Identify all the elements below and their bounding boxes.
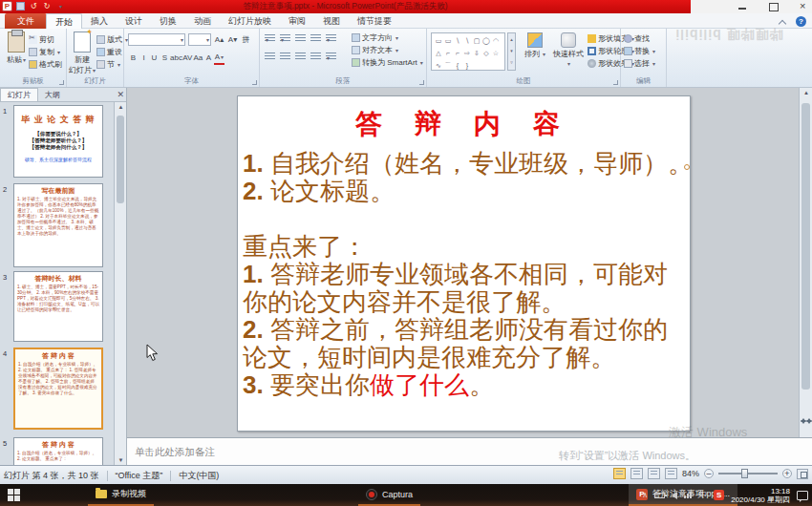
shrink-font-icon[interactable]: A▾ xyxy=(227,34,238,46)
replace-button[interactable]: 替换 xyxy=(624,45,655,57)
font-size-select[interactable] xyxy=(188,33,211,46)
shape-icon[interactable]: ⇨ xyxy=(462,48,472,59)
align-text-button[interactable]: 对齐文本 xyxy=(352,44,423,56)
thumbnails-scrollbar[interactable]: ▲ ▼ xyxy=(114,102,126,465)
shape-icon[interactable]: ∿ xyxy=(434,60,443,72)
scrollbar-thumb[interactable] xyxy=(117,116,124,203)
font-style-button[interactable]: B xyxy=(128,53,139,64)
shape-icon[interactable]: ◇ xyxy=(481,48,491,59)
text-direction-button[interactable]: 文字方向 xyxy=(352,32,423,44)
align-right-icon[interactable] xyxy=(295,53,306,61)
tab-design[interactable]: 设计 xyxy=(117,13,151,29)
shape-icon[interactable]: ⌐ xyxy=(453,48,462,59)
font-style-button[interactable]: U xyxy=(149,53,160,64)
shape-icon[interactable]: ▢ xyxy=(472,35,481,47)
shape-icon[interactable]: ∖ xyxy=(453,35,462,47)
tab-view[interactable]: 视图 xyxy=(314,13,349,29)
action-center-icon[interactable] xyxy=(797,491,808,500)
tab-insert[interactable]: 插入 xyxy=(82,13,117,29)
scrollbar-thumb[interactable] xyxy=(801,103,810,390)
quick-styles-button[interactable]: 快速样式 xyxy=(552,32,585,68)
tab-home[interactable]: 开始 xyxy=(46,13,82,29)
slideshow-view-button[interactable] xyxy=(665,468,677,479)
zoom-slider[interactable] xyxy=(718,473,778,474)
shape-icon[interactable]: ◯ xyxy=(481,35,491,47)
ime-indicator[interactable]: 中 xyxy=(698,489,707,501)
speaker-icon[interactable] xyxy=(672,492,677,499)
scroll-up-icon[interactable]: ▲ xyxy=(800,90,812,95)
shape-icon[interactable]: ☆ xyxy=(491,48,501,59)
notes-pane[interactable]: 单击此处添加备注 xyxy=(127,437,812,465)
align-center-icon[interactable] xyxy=(280,53,290,61)
smartart-button[interactable]: 转换为 SmartArt xyxy=(352,56,423,69)
slide-thumbnail-3[interactable]: 答辩时长、材料 1. 硕士、博士，需要PPT，时长不等，15-30分钟。 2. … xyxy=(13,271,103,342)
zoom-in-icon[interactable]: + xyxy=(782,469,792,478)
clock[interactable]: 13:18 2020/4/30 星期四 xyxy=(731,487,790,504)
justify-icon[interactable] xyxy=(310,53,321,61)
slide-sorter-view-button[interactable] xyxy=(630,468,643,479)
slide-thumbnail-1[interactable]: 毕 业 论 文 答 辩 【你需要说什么？】 【答辩老师要听什么？】 【答辩老师会… xyxy=(13,105,103,178)
language-indicator[interactable]: 中文(中国) xyxy=(179,470,219,482)
new-slide-button[interactable]: 新建 幻灯片 xyxy=(67,32,97,75)
shape-icon[interactable]: △ xyxy=(434,48,443,59)
close-button[interactable] xyxy=(799,2,808,11)
cut-button[interactable]: 剪切 xyxy=(29,33,62,46)
tab-slideshow[interactable]: 幻灯片放映 xyxy=(220,13,280,29)
normal-view-button[interactable] xyxy=(613,468,626,479)
scroll-up-icon[interactable]: ▲ xyxy=(115,104,127,110)
paragraph-dialog-launcher[interactable] xyxy=(419,80,424,85)
copy-button[interactable]: 复制 xyxy=(29,46,62,58)
reading-view-button[interactable] xyxy=(648,468,660,479)
shape-icon[interactable]: ⌐ xyxy=(443,48,453,59)
clipboard-dialog-launcher[interactable] xyxy=(59,80,64,85)
shape-icon[interactable]: ▭ xyxy=(434,35,443,47)
font-style-button[interactable]: AV xyxy=(182,53,193,64)
network-icon[interactable] xyxy=(684,492,692,498)
select-button[interactable]: 选择 xyxy=(624,57,655,70)
decrease-indent-icon[interactable] xyxy=(295,34,306,43)
numbering-icon[interactable] xyxy=(280,34,290,43)
fit-to-window-icon[interactable] xyxy=(797,469,808,479)
scroll-down-icon[interactable]: ▼ xyxy=(115,457,127,463)
shape-icon[interactable]: { xyxy=(453,60,462,72)
tab-outline[interactable]: 大纲 xyxy=(38,89,67,101)
next-slide-button[interactable] xyxy=(800,424,812,437)
phonetic-guide-icon[interactable]: 拼 xyxy=(241,34,251,46)
shape-icon[interactable]: ∖ xyxy=(462,35,472,47)
hidden-icons-chevron[interactable]: ∧ xyxy=(642,491,648,499)
start-button[interactable] xyxy=(8,489,20,501)
shape-icon[interactable]: } xyxy=(462,60,472,72)
tab-file[interactable]: 文件 xyxy=(5,13,47,29)
notes-placeholder[interactable]: 单击此处添加备注 xyxy=(135,446,215,459)
slide-scrollbar[interactable]: ▲ xyxy=(799,88,812,437)
font-style-button[interactable]: S xyxy=(160,53,170,64)
slide-thumbnail-2[interactable]: 写在最前面 1. 对于硕士、博士毕业论文来说，导师允许你参加答辩，你基本已经有8… xyxy=(13,183,103,267)
slide-thumbnail-5[interactable]: 答 辩 内 容 1. 自我介绍（姓名，专业班级，导师）。 2. 论文标题。 重点… xyxy=(13,437,103,465)
shapes-gallery-scroll[interactable]: ▴▾▿ xyxy=(507,32,516,71)
zoom-slider-thumb[interactable] xyxy=(741,469,748,478)
font-color-icon[interactable]: A xyxy=(214,52,224,65)
resize-handle[interactable] xyxy=(684,164,690,170)
tab-transitions[interactable]: 切换 xyxy=(151,13,185,29)
close-panel-icon[interactable]: ✕ xyxy=(117,90,124,99)
shape-icon[interactable]: ◠ xyxy=(491,35,501,47)
slide-body-text[interactable]: 1. 自我介绍（姓名，专业班级，导师）。 2. 论文标题。 重点来了： 1. 答… xyxy=(238,150,690,399)
shapes-gallery[interactable]: ▭▭∖∖▢◯◠△⌐⌐⇨⇩◇☆∿⌒{} xyxy=(431,32,505,71)
tab-animations[interactable]: 动画 xyxy=(185,13,220,29)
maximize-button[interactable] xyxy=(768,2,778,11)
minimize-button[interactable] xyxy=(737,2,747,11)
drawing-dialog-launcher[interactable] xyxy=(613,80,618,85)
paste-button[interactable]: 粘贴 xyxy=(1,32,32,65)
grow-font-icon[interactable]: A▴ xyxy=(214,34,224,46)
font-dialog-launcher[interactable] xyxy=(252,80,257,85)
slide-thumbnail-4-selected[interactable]: 答 辩 内 容 1. 自我介绍（姓名，专业班级，导师）。 2. 论文标题。 重点… xyxy=(13,348,103,430)
increase-indent-icon[interactable] xyxy=(310,34,321,43)
font-style-button[interactable]: abc xyxy=(170,53,182,64)
slide-title[interactable]: 答 辩 内 容 xyxy=(238,106,690,142)
bullets-icon[interactable] xyxy=(265,34,275,43)
taskbar-app-recordings[interactable]: 录制视频 xyxy=(88,484,154,506)
sogou-icon[interactable]: S xyxy=(714,490,724,500)
tab-slides-thumbnails[interactable]: 幻灯片 xyxy=(0,88,38,101)
zoom-percentage[interactable]: 84% xyxy=(682,469,699,478)
zoom-out-icon[interactable]: – xyxy=(704,469,714,478)
